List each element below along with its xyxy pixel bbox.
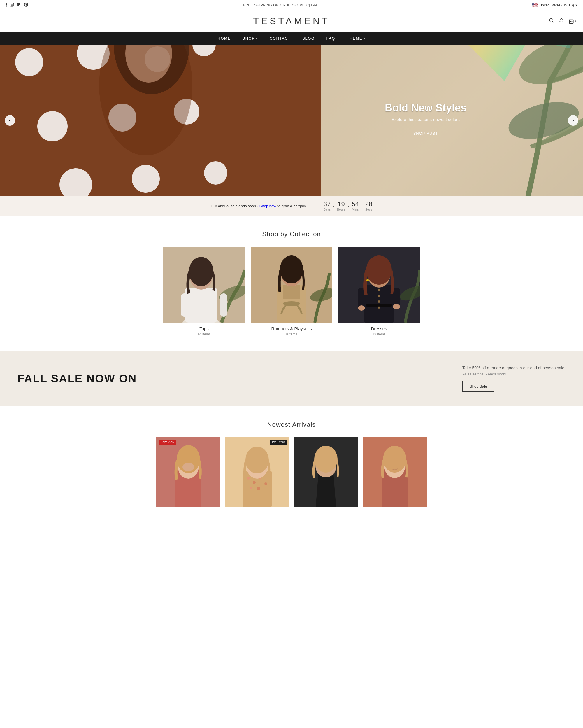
timer-mins: 54 Mins <box>352 201 359 211</box>
sale-sub: All sales final - ends soon! <box>462 372 565 376</box>
svg-point-2 <box>12 3 13 4</box>
timer-sep-1: : <box>333 201 335 208</box>
nav-home[interactable]: HOME <box>218 36 231 41</box>
sale-banner: FALL SALE NOW ON Take 50% off a range of… <box>0 351 583 406</box>
hero-title: Bold New Styles <box>385 102 466 114</box>
collection-item-tops[interactable]: Tops 14 items <box>163 247 245 336</box>
svg-point-4 <box>560 18 562 20</box>
instagram-icon[interactable] <box>10 3 14 7</box>
region-label: United States (USD $) <box>539 3 574 7</box>
top-bar: f FREE SHIPPING ON ORDERS OVER $199 🇺🇸 U… <box>0 0 583 10</box>
svg-point-60 <box>358 305 365 311</box>
collection-grid: Tops 14 items <box>12 247 571 336</box>
svg-point-70 <box>183 463 194 471</box>
nav-blog[interactable]: BLOG <box>302 36 314 41</box>
svg-rect-37 <box>181 293 188 317</box>
hero-next-icon: › <box>572 118 574 123</box>
newest-title: Newest Arrivals <box>12 421 571 428</box>
account-icon[interactable] <box>559 18 564 25</box>
svg-rect-57 <box>366 304 392 307</box>
sale-title: FALL SALE NOW ON <box>18 372 137 385</box>
collection-item-rompers[interactable]: Rompers & Playsuits 9 items <box>251 247 332 336</box>
hero-section: Bold New Styles Explore this seasons new… <box>0 45 583 196</box>
facebook-icon[interactable]: f <box>6 3 7 7</box>
collections-title: Shop by Collection <box>12 230 571 238</box>
svg-point-64 <box>366 256 392 285</box>
sale-description: Take 50% off a range of goods in our end… <box>462 365 565 370</box>
product-item-3[interactable] <box>294 437 358 507</box>
hero-shop-button[interactable]: Shop Rust <box>406 128 446 139</box>
timer-sep-3: : <box>361 201 363 208</box>
header: TESTAMENT 0 <box>0 10 583 32</box>
svg-rect-38 <box>220 293 227 317</box>
svg-point-76 <box>265 483 267 485</box>
svg-point-3 <box>550 18 553 22</box>
collection-tops-count: 14 items <box>163 332 245 336</box>
svg-point-56 <box>378 306 380 309</box>
product-item-1[interactable]: Save 22% <box>156 437 220 507</box>
svg-point-49 <box>280 256 303 284</box>
nav-contact[interactable]: CONTACT <box>270 36 290 41</box>
hero-background <box>0 45 583 196</box>
collection-dresses-name: Dresses <box>338 326 420 331</box>
svg-point-77 <box>250 487 252 489</box>
svg-point-14 <box>37 111 67 141</box>
timer-days: 37 Days <box>324 201 331 211</box>
search-icon[interactable] <box>549 18 554 25</box>
main-nav: HOME SHOP ▾ CONTACT BLOG FAQ THEME ▾ <box>0 32 583 45</box>
svg-point-18 <box>132 165 160 193</box>
collections-section: Shop by Collection <box>0 216 583 351</box>
flag-icon: 🇺🇸 <box>532 2 538 8</box>
hero-model-area <box>0 45 350 196</box>
region-selector[interactable]: 🇺🇸 United States (USD $) ▾ <box>532 2 577 8</box>
product-image-2: Pre Order <box>225 437 289 507</box>
svg-point-80 <box>245 446 269 473</box>
collection-rompers-count: 9 items <box>251 332 332 336</box>
collection-dresses-count: 13 items <box>338 332 420 336</box>
product-badge-1: Save 22% <box>159 440 176 444</box>
countdown-timer: 37 Days : 19 Hours : 54 Mins : 28 Secs <box>324 201 372 211</box>
nav-theme[interactable]: THEME ▾ <box>347 36 365 41</box>
hero-content: Bold New Styles Explore this seasons new… <box>385 102 466 139</box>
svg-point-89 <box>383 446 406 472</box>
sale-shop-button[interactable]: Shop Sale <box>462 381 494 392</box>
region-dropdown-icon: ▾ <box>576 3 577 7</box>
svg-point-55 <box>378 301 380 303</box>
pinterest-icon[interactable] <box>24 3 28 7</box>
hero-next-button[interactable]: › <box>568 115 578 126</box>
nav-faq[interactable]: FAQ <box>326 36 335 41</box>
shipping-notice: FREE SHIPPING ON ORDERS OVER $199 <box>243 3 317 7</box>
svg-point-41 <box>189 257 213 286</box>
svg-point-53 <box>378 289 380 291</box>
svg-point-61 <box>393 304 400 309</box>
svg-rect-45 <box>283 285 300 299</box>
countdown-shop-link[interactable]: Shop now <box>259 204 276 208</box>
header-icons: 0 <box>549 18 577 25</box>
svg-point-74 <box>253 481 256 484</box>
svg-point-10 <box>15 48 43 76</box>
timer-sep-2: : <box>348 201 350 208</box>
svg-point-85 <box>314 446 338 472</box>
cart-count-badge: 0 <box>575 19 577 23</box>
svg-point-78 <box>257 487 260 490</box>
collection-rompers-name: Rompers & Playsuits <box>251 326 332 331</box>
collection-item-dresses[interactable]: Dresses 13 items <box>338 247 420 336</box>
timer-secs: 28 Secs <box>365 201 372 211</box>
svg-point-65 <box>366 279 369 282</box>
logo[interactable]: TESTAMENT <box>253 16 330 27</box>
hero-prev-icon: ‹ <box>9 118 10 123</box>
product-item-4[interactable] <box>363 437 427 507</box>
nav-shop[interactable]: SHOP ▾ <box>243 36 258 41</box>
twitter-icon[interactable] <box>17 3 21 7</box>
countdown-bar: Our annual sale ends soon - Shop now to … <box>0 196 583 216</box>
cart-icon[interactable]: 0 <box>569 19 577 24</box>
hero-prev-button[interactable]: ‹ <box>5 115 15 126</box>
svg-point-19 <box>204 161 227 185</box>
theme-dropdown-icon: ▾ <box>363 37 365 40</box>
product-badge-2: Pre Order <box>270 440 287 444</box>
newest-arrivals: Newest Arrivals Save 22% <box>0 406 583 516</box>
social-icons: f <box>6 3 28 7</box>
product-item-2[interactable]: Pre Order <box>225 437 289 507</box>
shop-dropdown-icon: ▾ <box>256 37 258 40</box>
timer-hours: 19 Hours <box>337 201 345 211</box>
